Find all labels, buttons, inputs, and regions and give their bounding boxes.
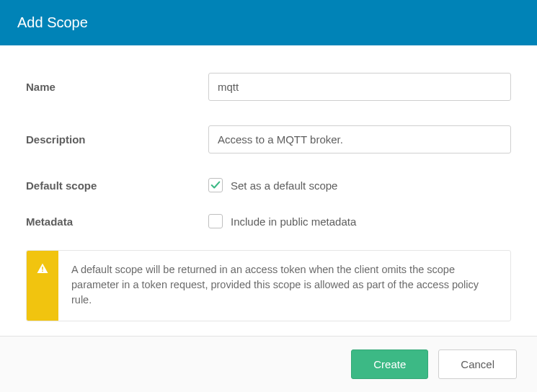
svg-rect-0 — [42, 267, 43, 270]
metadata-checkbox-wrap: Include in public metadata — [208, 214, 356, 228]
description-label: Description — [26, 133, 208, 146]
metadata-label: Metadata — [26, 215, 208, 228]
form-row-metadata: Metadata Include in public metadata — [26, 214, 511, 228]
metadata-checkbox[interactable] — [208, 214, 223, 228]
dialog-footer: Create Cancel — [0, 336, 537, 392]
check-icon — [210, 180, 221, 190]
name-input[interactable] — [208, 73, 511, 101]
default-scope-checkbox-label: Set as a default scope — [231, 179, 337, 192]
info-banner-text: A default scope will be returned in an a… — [58, 251, 510, 321]
default-scope-checkbox[interactable] — [208, 178, 223, 192]
add-scope-dialog: Add Scope Name Description Default scope… — [0, 0, 537, 392]
description-input[interactable] — [208, 125, 511, 153]
form-row-description: Description — [26, 125, 511, 153]
dialog-body: Name Description Default scope Set as a … — [0, 45, 537, 343]
warning-icon — [27, 251, 58, 321]
form-row-default-scope: Default scope Set as a default scope — [26, 178, 511, 192]
default-scope-checkbox-wrap: Set as a default scope — [208, 178, 337, 192]
cancel-button[interactable]: Cancel — [438, 349, 517, 379]
metadata-checkbox-label: Include in public metadata — [231, 215, 356, 228]
info-banner: A default scope will be returned in an a… — [26, 250, 511, 321]
name-label: Name — [26, 81, 208, 93]
create-button[interactable]: Create — [351, 349, 428, 379]
default-scope-label: Default scope — [26, 179, 208, 192]
form-row-name: Name — [26, 73, 511, 101]
dialog-title: Add Scope — [17, 14, 88, 30]
svg-rect-1 — [42, 271, 43, 272]
dialog-header: Add Scope — [0, 0, 537, 45]
